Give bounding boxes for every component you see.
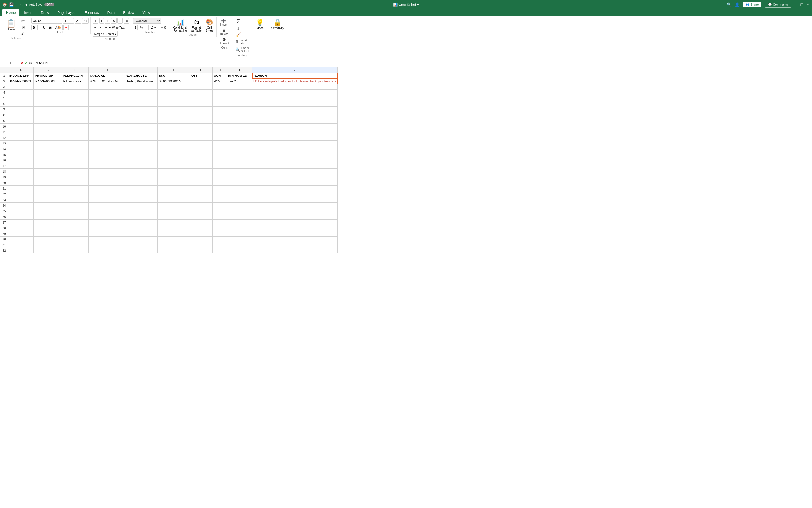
indent-decrease-button[interactable]: ⇤	[118, 18, 123, 24]
cell-E2[interactable]: Testing Warehouse	[125, 79, 158, 84]
cell-D5[interactable]	[89, 95, 125, 101]
cell-I2[interactable]: Jan-25	[227, 79, 252, 84]
bold-button[interactable]: B	[31, 25, 36, 30]
cell-D4[interactable]	[89, 90, 125, 95]
cell-J3[interactable]	[252, 84, 338, 90]
account-icon[interactable]: 👤	[735, 2, 739, 7]
font-color-button[interactable]: A	[63, 25, 68, 30]
tab-insert[interactable]: Insert	[20, 9, 36, 16]
cell-E3[interactable]	[125, 84, 158, 90]
cell-A3[interactable]	[8, 84, 34, 90]
cell-H3[interactable]	[213, 84, 227, 90]
align-top-button[interactable]: ⊤	[93, 18, 98, 24]
cell-D3[interactable]	[89, 84, 125, 90]
cell-F4[interactable]	[158, 90, 190, 95]
share-button[interactable]: 👥 Share	[743, 2, 762, 7]
tab-home[interactable]: Home	[2, 9, 19, 16]
fill-button[interactable]: ⬇	[234, 26, 242, 31]
sensitivity-button[interactable]: 🔒 Sensitivity	[270, 18, 285, 30]
col-header-I[interactable]: I	[227, 67, 252, 73]
tab-formulas[interactable]: Formulas	[81, 9, 103, 16]
cell-F1[interactable]: SKU	[158, 73, 190, 79]
confirm-formula-icon[interactable]: ✓	[25, 61, 28, 65]
cell-G1[interactable]: QTY	[190, 73, 213, 79]
align-bottom-button[interactable]: ⊥	[105, 18, 110, 24]
merge-center-button[interactable]: Merge & Center ▾	[93, 31, 118, 37]
cell-B2[interactable]: IKA/MP/00003	[34, 79, 62, 84]
tab-draw[interactable]: Draw	[37, 9, 53, 16]
more-commands-icon[interactable]: ▾	[26, 2, 27, 7]
cell-J1[interactable]: REASON	[252, 73, 338, 79]
cell-G2[interactable]: 8	[190, 79, 213, 84]
underline-button[interactable]: U	[42, 25, 47, 30]
col-header-A[interactable]: A	[8, 67, 34, 73]
cell-E4[interactable]	[125, 90, 158, 95]
cell-C4[interactable]	[62, 90, 89, 95]
col-header-F[interactable]: F	[158, 67, 190, 73]
italic-button[interactable]: I	[37, 25, 41, 30]
comma-button[interactable]: ,	[145, 25, 149, 30]
col-header-J[interactable]: J	[252, 67, 338, 73]
currency-button[interactable]: $	[133, 25, 138, 30]
tab-review[interactable]: Review	[119, 9, 138, 16]
cell-reference-box[interactable]	[1, 61, 18, 65]
percent-button[interactable]: %	[139, 25, 144, 30]
tab-page-layout[interactable]: Page Layout	[53, 9, 80, 16]
format-painter-button[interactable]: 🖌	[19, 31, 27, 36]
cell-C5[interactable]	[62, 95, 89, 101]
save-icon[interactable]: 💾	[9, 2, 13, 7]
minimize-icon[interactable]: ─	[795, 2, 797, 7]
sort-filter-button[interactable]: ⇅ Sort &Filter	[234, 38, 248, 45]
font-name-input[interactable]	[31, 18, 62, 24]
cell-H2[interactable]: PCS	[213, 79, 227, 84]
col-header-B[interactable]: B	[34, 67, 62, 73]
align-right-button[interactable]: ≡	[104, 25, 108, 30]
home-icon[interactable]: 🏠	[2, 2, 7, 7]
insert-button[interactable]: ➕ Insert	[219, 18, 228, 27]
cell-B4[interactable]	[34, 90, 62, 95]
cell-F2[interactable]: 03/010100101A	[158, 79, 190, 84]
conditional-formatting-button[interactable]: 📊 ConditionalFormatting	[172, 18, 188, 33]
cell-styles-button[interactable]: 🎨 CellStyles	[204, 18, 215, 33]
cell-F3[interactable]	[158, 84, 190, 90]
maximize-icon[interactable]: □	[801, 2, 803, 7]
cell-I1[interactable]: MINIMUM ED	[227, 73, 252, 79]
align-center-button[interactable]: ≡	[98, 25, 103, 30]
cancel-formula-icon[interactable]: ✕	[20, 61, 24, 65]
cell-J2[interactable]: LOT not integrated with product, please …	[252, 79, 338, 84]
wrap-text-button[interactable]: ↵ Wrap Text	[109, 26, 125, 29]
insert-function-icon[interactable]: fx	[29, 61, 33, 65]
cell-D1[interactable]: TANGGAL	[89, 73, 125, 79]
cell-G4[interactable]	[190, 90, 213, 95]
cell-H4[interactable]	[213, 90, 227, 95]
decrease-font-button[interactable]: A↓	[82, 18, 89, 24]
cell-I5[interactable]	[227, 95, 252, 101]
redo-icon[interactable]: ↪	[20, 2, 24, 7]
increase-decimal-button[interactable]: .0→	[149, 25, 158, 30]
cell-E5[interactable]	[125, 95, 158, 101]
paste-button[interactable]: 📋 Paste	[4, 18, 18, 32]
cell-A5[interactable]	[8, 95, 34, 101]
cell-C2[interactable]: Administrator	[62, 79, 89, 84]
cell-C1[interactable]: PELANGGAN	[62, 73, 89, 79]
cell-H5[interactable]	[213, 95, 227, 101]
autosum-button[interactable]: Σ	[234, 18, 242, 25]
col-header-C[interactable]: C	[62, 67, 89, 73]
col-header-D[interactable]: D	[89, 67, 125, 73]
align-left-button[interactable]: ≡	[93, 25, 97, 30]
find-select-button[interactable]: 🔍 Find &Select	[234, 46, 250, 53]
cell-B5[interactable]	[34, 95, 62, 101]
fill-color-button[interactable]: A🎨	[54, 25, 63, 30]
cell-I4[interactable]	[227, 90, 252, 95]
cell-J4[interactable]	[252, 90, 338, 95]
cell-G3[interactable]	[190, 84, 213, 90]
search-icon[interactable]: 🔍	[726, 2, 731, 7]
ideas-button[interactable]: 💡 Ideas	[254, 18, 266, 30]
cell-I3[interactable]	[227, 84, 252, 90]
tab-data[interactable]: Data	[103, 9, 119, 16]
cell-B3[interactable]	[34, 84, 62, 90]
border-button[interactable]: ⊞	[48, 25, 53, 30]
cell-J5[interactable]	[252, 95, 338, 101]
cell-B1[interactable]: INVOICE MP	[34, 73, 62, 79]
close-icon[interactable]: ✕	[806, 2, 810, 7]
